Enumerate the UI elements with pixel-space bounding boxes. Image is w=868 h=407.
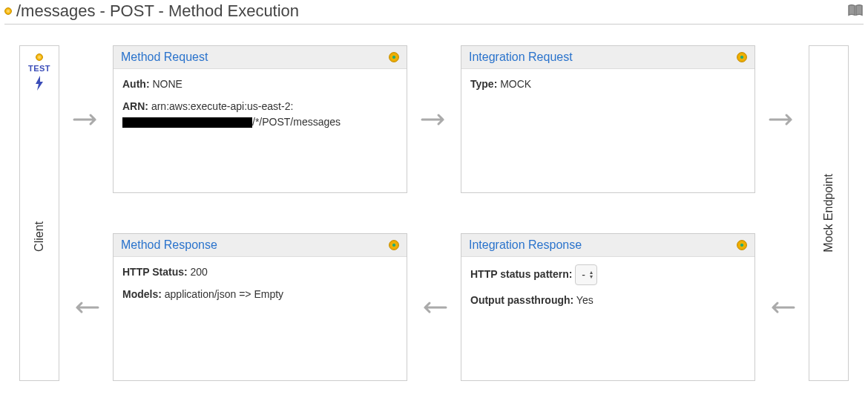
card-header: Method Request	[114, 46, 407, 69]
documentation-icon[interactable]	[847, 4, 864, 19]
bolt-icon	[34, 76, 45, 93]
arrow-right-icon	[421, 113, 447, 126]
arrow-left-icon	[73, 301, 99, 314]
arrow-right-icon	[769, 113, 795, 126]
card-header: Integration Response	[461, 234, 754, 257]
pattern-value: -	[582, 267, 585, 282]
method-request-card: Method Request Auth: NONE ARN: arn:aws:e…	[113, 45, 407, 193]
type-label: Type:	[470, 78, 497, 90]
arn-redacted	[122, 117, 252, 128]
card-body: HTTP status pattern: - ▴▾ Output passthr…	[461, 257, 754, 380]
client-label: Client	[33, 221, 46, 252]
endpoint-box: Mock Endpoint	[809, 45, 849, 381]
client-box: TEST Client	[19, 45, 59, 381]
arrow-right-icon	[73, 113, 99, 126]
pattern-row: HTTP status pattern: - ▴▾	[470, 264, 746, 285]
type-value: MOCK	[500, 78, 531, 90]
auth-row: Auth: NONE	[122, 76, 398, 91]
pattern-select[interactable]: - ▴▾	[575, 264, 597, 285]
arrow-left-icon	[421, 301, 447, 314]
integration-request-card: Integration Request Type: MOCK	[461, 45, 755, 193]
auth-label: Auth:	[122, 78, 150, 90]
card-body: Type: MOCK	[461, 69, 754, 192]
integration-response-card: Integration Response HTTP status pattern…	[461, 233, 755, 381]
arn-prefix: arn:aws:execute-api:us-east-2:	[151, 100, 293, 112]
arn-label: ARN:	[122, 100, 148, 112]
method-response-link[interactable]: Method Response	[121, 238, 217, 252]
auth-value: NONE	[152, 78, 182, 90]
page-title: /messages - POST - Method Execution	[16, 1, 299, 21]
test-bullet-icon	[36, 53, 43, 61]
test-label: TEST	[28, 64, 50, 73]
method-response-card: Method Response HTTP Status: 200 Models:…	[113, 233, 407, 381]
card-body: HTTP Status: 200 Models: application/jso…	[114, 257, 407, 380]
status-bullet-icon	[4, 7, 12, 15]
models-row: Models: application/json => Empty	[122, 287, 398, 302]
http-status-row: HTTP Status: 200	[122, 264, 398, 279]
http-status-value: 200	[191, 266, 208, 278]
passthrough-value: Yes	[576, 294, 594, 306]
passthrough-label: Output passthrough:	[470, 294, 573, 306]
method-execution-diagram: TEST Client Method Request Auth: NONE	[4, 45, 864, 381]
arn-suffix: /*/POST/messages	[252, 116, 341, 128]
models-value: application/json => Empty	[165, 288, 283, 300]
status-bullet-icon	[389, 52, 399, 62]
method-request-link[interactable]: Method Request	[121, 51, 208, 64]
type-row: Type: MOCK	[470, 76, 746, 91]
page-title-group: /messages - POST - Method Execution	[4, 1, 299, 21]
card-header: Method Response	[114, 234, 407, 257]
arrow-left-icon	[769, 301, 795, 314]
http-status-label: HTTP Status:	[122, 266, 188, 278]
card-header: Integration Request	[461, 46, 754, 69]
card-body: Auth: NONE ARN: arn:aws:execute-api:us-e…	[114, 69, 407, 192]
flow-columns: Method Request Auth: NONE ARN: arn:aws:e…	[73, 45, 795, 381]
integration-response-link[interactable]: Integration Response	[469, 238, 582, 252]
integration-request-link[interactable]: Integration Request	[469, 51, 573, 64]
arn-row: ARN: arn:aws:execute-api:us-east-2:/*/PO…	[122, 99, 398, 129]
chevron-up-down-icon: ▴▾	[590, 270, 593, 279]
passthrough-row: Output passthrough: Yes	[470, 293, 746, 307]
page-header: /messages - POST - Method Execution	[4, 0, 864, 25]
status-bullet-icon	[389, 240, 399, 250]
endpoint-label: Mock Endpoint	[822, 174, 835, 253]
status-bullet-icon	[737, 52, 747, 62]
models-label: Models:	[122, 288, 162, 300]
pattern-label: HTTP status pattern:	[470, 268, 572, 280]
test-button[interactable]: TEST	[28, 53, 50, 93]
status-bullet-icon	[737, 240, 747, 250]
